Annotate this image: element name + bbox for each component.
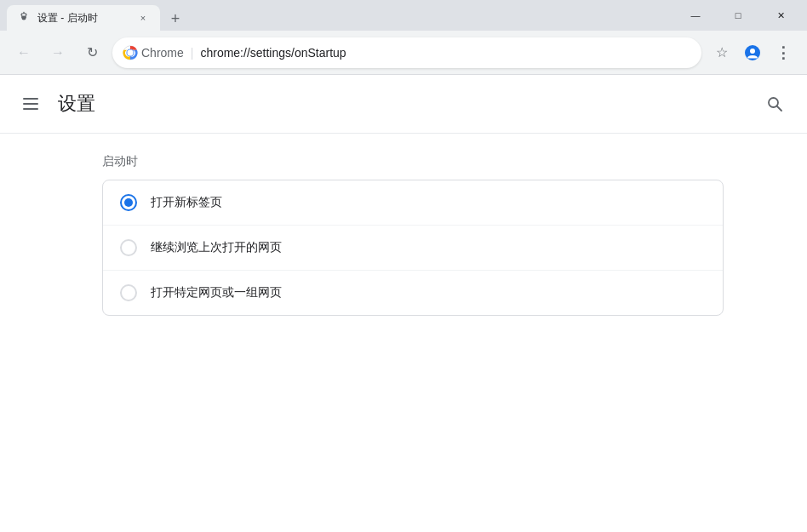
site-name-label: Chrome — [141, 46, 184, 60]
search-button[interactable] — [759, 89, 790, 119]
option-new-tab-label: 打开新标签页 — [151, 195, 222, 210]
chrome-logo-icon — [123, 45, 138, 60]
radio-new-tab-inner — [124, 198, 133, 207]
address-bar[interactable]: Chrome | chrome://settings/onStartup — [112, 37, 701, 68]
search-icon — [766, 95, 783, 112]
page-content: 设置 启动时 打开新标签页 继续浏览上次打开的网页 — [0, 75, 807, 532]
close-button[interactable]: ✕ — [761, 2, 800, 29]
tab-favicon — [17, 11, 31, 25]
menu-line-3 — [23, 108, 38, 110]
settings-header-left: 设置 — [17, 90, 95, 117]
minimize-button[interactable]: — — [676, 2, 715, 29]
option-continue-label: 继续浏览上次打开的网页 — [151, 240, 282, 255]
svg-point-5 — [750, 49, 755, 54]
option-specific-label: 打开特定网页或一组网页 — [151, 285, 282, 300]
reload-button[interactable]: ↻ — [78, 39, 106, 66]
radio-new-tab[interactable] — [120, 194, 137, 211]
radio-continue[interactable] — [120, 239, 137, 256]
hamburger-menu-button[interactable] — [17, 90, 44, 117]
window-controls: — □ ✕ — [676, 2, 800, 29]
tab-title: 设置 - 启动时 — [37, 11, 129, 26]
tab-area: 设置 - 启动时 × + — [7, 0, 676, 31]
startup-options-card: 打开新标签页 继续浏览上次打开的网页 打开特定网页或一组网页 — [102, 180, 724, 316]
maximize-button[interactable]: □ — [718, 2, 758, 29]
title-bar: 设置 - 启动时 × + — □ ✕ — [0, 0, 807, 31]
page-title: 设置 — [58, 91, 95, 117]
site-indicator: Chrome — [123, 45, 184, 60]
option-new-tab[interactable]: 打开新标签页 — [103, 180, 723, 226]
option-specific[interactable]: 打开特定网页或一组网页 — [103, 271, 723, 315]
svg-point-3 — [128, 50, 133, 55]
active-tab[interactable]: 设置 - 启动时 × — [7, 5, 160, 31]
menu-line-2 — [23, 103, 38, 105]
settings-header: 设置 — [0, 75, 807, 134]
section-title: 启动时 — [102, 154, 807, 169]
option-continue[interactable]: 继续浏览上次打开的网页 — [103, 226, 723, 271]
bookmark-button[interactable]: ☆ — [708, 39, 735, 66]
profile-icon — [744, 44, 761, 61]
menu-line-1 — [23, 98, 38, 100]
new-tab-button[interactable]: + — [163, 7, 187, 31]
radio-specific[interactable] — [120, 284, 137, 301]
tab-close-button[interactable]: × — [136, 11, 150, 25]
toolbar-right: ☆ ⋮ — [708, 39, 797, 66]
profile-button[interactable] — [739, 39, 766, 66]
menu-button[interactable]: ⋮ — [770, 39, 797, 66]
url-display: chrome://settings/onStartup — [200, 46, 691, 60]
toolbar: ← → ↻ Chrome | chrome://settings/onStart… — [0, 31, 807, 75]
main-area: 启动时 打开新标签页 继续浏览上次打开的网页 打开特定网页或一组网页 — [0, 134, 807, 532]
svg-line-7 — [777, 106, 781, 111]
forward-button[interactable]: → — [44, 39, 72, 66]
back-button[interactable]: ← — [10, 39, 37, 66]
address-separator: | — [191, 46, 194, 60]
svg-point-6 — [769, 98, 778, 107]
